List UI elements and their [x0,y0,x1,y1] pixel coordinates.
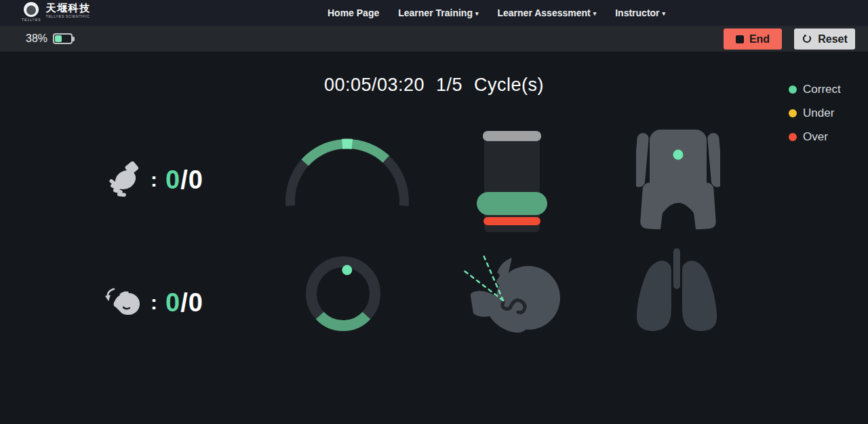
top-nav-bar: TELLYES 天堰科技 TELLYES SCIENTIFIC Home Pag… [0,0,868,26]
brand-mark: TELLYES [22,18,41,22]
depth-target-zone [477,192,547,215]
ventilation-correct-count: 0 [165,288,180,317]
ventilation-volume-gauge [305,254,381,333]
hand-position-dot [673,150,684,160]
nav-label: Learner Training [398,7,473,18]
legend: Correct Under Over [789,83,841,144]
reset-icon [802,34,812,45]
chevron-down-icon: ▾ [475,9,479,17]
depth-bar-top-cap [483,131,541,141]
nav-item-learner-assessment[interactable]: Learner Assessment ▾ [497,7,596,18]
under-dot-icon [789,109,797,117]
nav-label: Home Page [328,7,379,18]
battery-icon [53,33,73,44]
counter-separator: / [180,288,189,317]
end-button[interactable]: End [724,28,782,50]
nav-label: Instructor [615,7,659,18]
head-tilt-indicator [458,252,564,338]
cycle-unit-label: Cycle(s) [474,75,544,96]
counter-separator: / [180,166,189,195]
reset-button[interactable]: Reset [794,28,855,50]
legend-label: Correct [803,83,841,96]
brand-name-cn: 天堰科技 [46,2,91,14]
counter-colon: : [151,168,157,191]
battery-percent-label: 38% [26,33,47,45]
depth-over-zone [484,217,540,225]
legend-item-over: Over [789,130,841,144]
end-button-label: End [749,33,770,45]
legend-label: Over [803,130,828,144]
hand-position-body [636,129,720,229]
battery-status: 38% [26,26,73,52]
timer-value: 00:05/03:20 [324,75,425,96]
compression-hands-icon [106,161,144,198]
nav-item-home-page[interactable]: Home Page [328,7,379,18]
nav-item-instructor[interactable]: Instructor ▾ [615,7,665,18]
ventilation-total-count: 0 [189,288,203,317]
compression-rate-gauge [285,136,410,212]
stop-square-icon [736,35,744,43]
toolbar: 38% End Reset [0,26,868,52]
chevron-down-icon: ▾ [663,9,666,17]
correct-dot-icon [789,85,797,94]
over-dot-icon [789,133,797,141]
ventilation-head-icon [103,285,144,320]
compression-depth-bar [475,129,549,237]
chevron-down-icon: ▾ [593,9,597,17]
volume-marker-dot [342,265,352,275]
legend-item-correct: Correct [789,83,841,96]
brand-logo[interactable]: TELLYES 天堰科技 TELLYES SCIENTIFIC [22,2,91,22]
brand-name-en: TELLYES SCIENTIFIC [46,14,91,18]
nav-label: Learner Assessment [497,7,590,18]
legend-item-under: Under [789,107,841,120]
compression-total-count: 0 [189,166,203,195]
session-timer: 00:05/03:20 1/5 Cycle(s) [0,75,868,96]
lungs-icon [633,248,720,334]
toolbar-buttons: End Reset [724,28,855,50]
compression-counter: : 0 / 0 [106,159,203,201]
ventilation-counter: : 0 / 0 [103,283,203,322]
main-nav: Home Page Learner Training ▾ Learner Ass… [328,0,665,26]
legend-label: Under [803,107,834,120]
cycle-count: 1/5 [436,75,462,96]
tellyes-logo-icon [24,2,39,17]
counter-colon: : [151,291,157,314]
compression-correct-count: 0 [165,166,180,195]
reset-button-label: Reset [818,33,848,45]
nav-item-learner-training[interactable]: Learner Training ▾ [398,7,478,18]
